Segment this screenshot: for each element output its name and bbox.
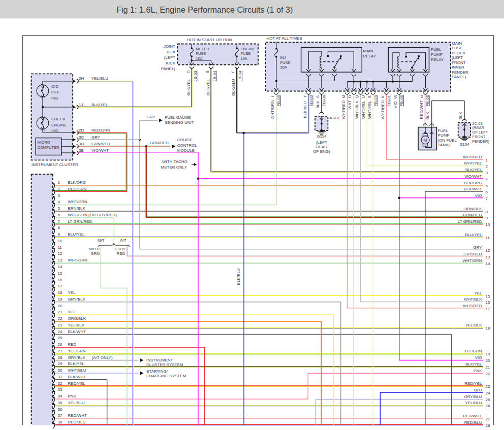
svg-text:9: 9 <box>486 216 488 220</box>
svg-text:GRN/RED: GRN/RED <box>150 141 169 145</box>
svg-text:WHT/RED: WHT/RED <box>463 304 482 308</box>
svg-text:RED/WHT: RED/WHT <box>463 414 482 418</box>
svg-text:WHT/RED: WHT/RED <box>341 100 346 119</box>
svg-text:BLK/YEL: BLK/YEL <box>465 168 482 172</box>
svg-text:YEL/GRN: YEL/GRN <box>464 349 482 353</box>
svg-text:31: 31 <box>58 375 62 379</box>
svg-text:2D: 2D <box>79 128 84 133</box>
svg-text:WHT/RED: WHT/RED <box>463 155 482 159</box>
svg-text:BLK/YEL: BLK/YEL <box>68 361 85 366</box>
svg-text:ENGINE: ENGINE <box>51 123 67 127</box>
svg-text:19: 19 <box>58 297 62 302</box>
svg-text:YEL/BLU: YEL/BLU <box>91 76 108 81</box>
svg-text:JB-04: JB-04 <box>238 71 242 81</box>
svg-text:M: M <box>341 95 346 98</box>
svg-text:RED/GRN: RED/GRN <box>68 187 87 191</box>
svg-text:12: 12 <box>486 248 490 253</box>
svg-text:17: 17 <box>58 284 62 288</box>
svg-text:25: 25 <box>486 398 490 402</box>
svg-text:28: 28 <box>58 355 62 360</box>
svg-text:6: 6 <box>486 190 488 194</box>
svg-text:HOT AT ALL TIMES: HOT AT ALL TIMES <box>267 36 302 41</box>
svg-text:KICK: KICK <box>166 61 175 65</box>
svg-text:Q: Q <box>355 95 359 98</box>
svg-text:GRN/RED: GRN/RED <box>91 142 110 146</box>
svg-text:BLK/WHT: BLK/WHT <box>68 329 86 334</box>
svg-text:(REAR: (REAR <box>472 125 485 130</box>
svg-text:27: 27 <box>58 349 62 353</box>
svg-text:18: 18 <box>58 290 62 295</box>
svg-text:VIO: VIO <box>393 101 398 108</box>
svg-text:26: 26 <box>58 342 62 347</box>
svg-text:VIO: VIO <box>475 193 482 198</box>
svg-text:37: 37 <box>58 413 62 418</box>
svg-text:TANK): TANK) <box>438 143 450 147</box>
svg-text:HOT IN START OR RUN: HOT IN START OR RUN <box>187 38 232 42</box>
svg-text:Fig 1: 1.6L, Engine Performanc: Fig 1: 1.6L, Engine Performance Circuits… <box>116 5 293 14</box>
svg-text:3: 3 <box>58 193 60 198</box>
svg-text:13: 13 <box>486 255 490 259</box>
svg-text:12: 12 <box>58 251 62 256</box>
svg-text:4: 4 <box>58 200 60 204</box>
svg-text:YEL/BLU: YEL/BLU <box>465 401 482 405</box>
svg-text:A/T: A/T <box>120 238 127 243</box>
svg-text:16: 16 <box>58 278 62 282</box>
svg-text:11: 11 <box>486 236 490 240</box>
svg-text:2H: 2H <box>79 76 84 81</box>
svg-text:METER: METER <box>196 47 210 51</box>
svg-text:PANEL): PANEL) <box>161 67 176 71</box>
svg-text:S: S <box>367 95 372 98</box>
svg-text:GRY: GRY <box>147 115 156 119</box>
svg-text:18: 18 <box>486 326 490 330</box>
svg-text:FB-01: FB-01 <box>387 95 391 106</box>
svg-text:BLK/YEL: BLK/YEL <box>186 79 191 95</box>
svg-text:RED/YEL: RED/YEL <box>464 381 482 386</box>
svg-text:CLUSTER SYSTEM: CLUSTER SYSTEM <box>146 362 183 367</box>
svg-text:JB-03: JB-03 <box>193 71 198 81</box>
svg-text:30A: 30A <box>280 65 287 70</box>
svg-text:32: 32 <box>58 381 62 386</box>
svg-text:YEL: YEL <box>68 310 76 314</box>
svg-text:WHT/YEL: WHT/YEL <box>361 101 366 119</box>
svg-text:FUSE: FUSE <box>280 60 291 65</box>
svg-text:22: 22 <box>486 372 490 376</box>
svg-text:35: 35 <box>58 401 62 405</box>
svg-text:(LEFT: (LEFT <box>316 140 327 145</box>
svg-text:WHT: WHT <box>348 100 352 109</box>
svg-text:FENDER): FENDER) <box>472 139 490 144</box>
svg-text:MAIN: MAIN <box>452 41 462 46</box>
svg-text:W: W <box>393 94 398 98</box>
svg-text:BLK/WHT: BLK/WHT <box>68 375 86 379</box>
svg-text:8: 8 <box>486 210 488 214</box>
svg-text:(A/T ONLY): (A/T ONLY) <box>92 355 113 360</box>
svg-text:BLK/YEL: BLK/YEL <box>465 362 482 367</box>
svg-text:WHT/YEL: WHT/YEL <box>367 101 372 119</box>
svg-text:RED/BLU: RED/BLU <box>464 420 482 425</box>
svg-text:PNK: PNK <box>68 394 77 399</box>
svg-text:FUEL: FUEL <box>431 47 442 52</box>
svg-text:RED: RED <box>68 342 77 347</box>
svg-text:I: I <box>270 96 275 97</box>
svg-text:GRY/BLK: GRY/BLK <box>68 297 86 302</box>
svg-text:BLK/YEL: BLK/YEL <box>206 79 210 95</box>
svg-text:RED/YEL: RED/YEL <box>68 381 86 386</box>
svg-text:(ON FUEL: (ON FUEL <box>438 138 457 143</box>
svg-text:22: 22 <box>58 316 62 321</box>
svg-text:BOX: BOX <box>167 50 176 54</box>
svg-text:INSTRUMENT CLUSTER: INSTRUMENT CLUSTER <box>32 162 78 167</box>
svg-text:VIO/WHT: VIO/WHT <box>464 174 482 179</box>
svg-text:BLK: BLK <box>316 101 320 109</box>
svg-text:MAIN: MAIN <box>363 49 373 53</box>
svg-text:FUSE: FUSE <box>241 51 251 56</box>
svg-text:1: 1 <box>486 158 488 162</box>
svg-text:WHT/YEL: WHT/YEL <box>464 161 482 166</box>
svg-text:19: 19 <box>486 352 490 356</box>
svg-text:O/D: O/D <box>51 84 58 89</box>
svg-text:WHT/GRN: WHT/GRN <box>68 258 87 262</box>
svg-text:COMPUTER: COMPUTER <box>38 145 60 150</box>
svg-text:VIO: VIO <box>475 355 482 360</box>
svg-text:7: 7 <box>486 196 488 201</box>
svg-text:17: 17 <box>486 307 490 311</box>
svg-text:WHT/GRN: WHT/GRN <box>270 100 275 119</box>
svg-text:JC-03: JC-03 <box>472 121 483 126</box>
